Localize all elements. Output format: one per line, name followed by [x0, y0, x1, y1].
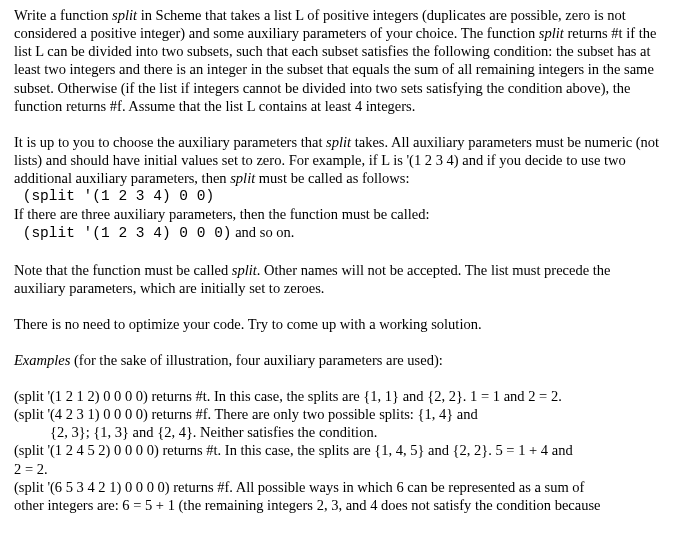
text: It is up to you to choose the auxiliary … [14, 134, 326, 150]
example-1: (split '(1 2 1 2) 0 0 0 0) returns #t. I… [14, 387, 665, 405]
text: (for the sake of illustration, four auxi… [70, 352, 442, 368]
paragraph-2: It is up to you to choose the auxiliary … [14, 133, 665, 187]
code-example-2: (split '(1 2 3 4) 0 0 0) [14, 225, 232, 241]
example-3b: 2 = 2. [14, 460, 665, 478]
example-4a: (split '(6 5 3 4 2 1) 0 0 0 0) returns #… [14, 478, 665, 496]
example-2a: (split '(4 2 3 1) 0 0 0 0) returns #f. T… [14, 405, 665, 423]
text: Note that the function must be called [14, 262, 232, 278]
text: Write a function [14, 7, 112, 23]
example-3a: (split '(1 2 4 5 2) 0 0 0 0) returns #t.… [14, 441, 665, 459]
paragraph-3: Note that the function must be called sp… [14, 261, 665, 297]
function-name: split [230, 170, 255, 186]
examples-heading: Examples [14, 352, 70, 368]
paragraph-2d: If there are three auxiliary parameters,… [14, 205, 665, 223]
example-2b: {2, 3}; {1, 3} and {2, 4}. Neither satis… [50, 423, 665, 441]
function-name: split [326, 134, 351, 150]
example-4b: other integers are: 6 = 5 + 1 (the remai… [14, 496, 665, 514]
text: and so on. [232, 224, 295, 240]
paragraph-5: Examples (for the sake of illustration, … [14, 351, 665, 369]
code-example-2-line: (split '(1 2 3 4) 0 0 0) and so on. [14, 223, 665, 242]
code-example-1: (split '(1 2 3 4) 0 0) [14, 187, 665, 205]
function-name: split [232, 262, 257, 278]
function-name: split [112, 7, 137, 23]
function-name: split [539, 25, 564, 41]
text: must be called as follows: [255, 170, 409, 186]
paragraph-1: Write a function split in Scheme that ta… [14, 6, 665, 115]
paragraph-4: There is no need to optimize your code. … [14, 315, 665, 333]
